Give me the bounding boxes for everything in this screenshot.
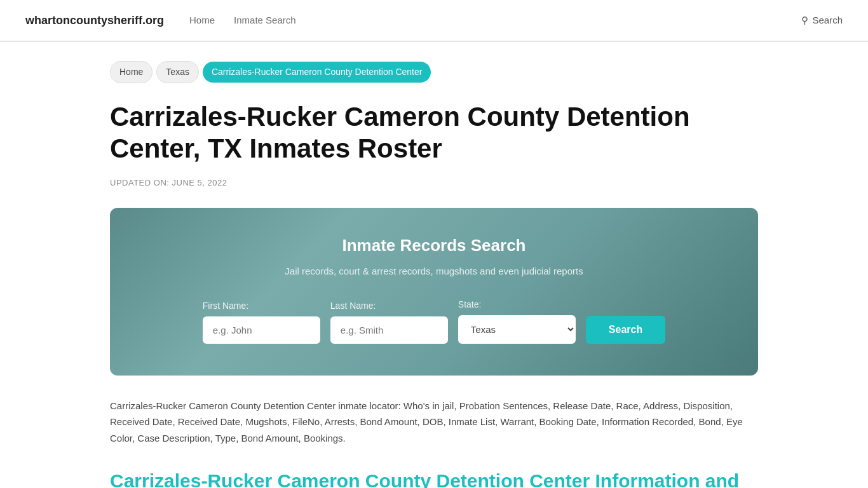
first-name-group: First Name: xyxy=(203,299,320,344)
header-search-button[interactable]: ⚲ Search xyxy=(801,13,843,28)
first-name-input[interactable] xyxy=(203,316,320,344)
site-logo[interactable]: whartoncountysheriff.org xyxy=(25,12,164,29)
header-left: whartoncountysheriff.org Home Inmate Sea… xyxy=(25,12,296,29)
last-name-group: Last Name: xyxy=(330,299,448,344)
main-content: Home Texas Carrizales-Rucker Cameron Cou… xyxy=(85,42,783,488)
description-text: Carrizales-Rucker Cameron County Detenti… xyxy=(110,398,758,447)
state-select[interactable]: Alabama Alaska Arizona Arkansas Californ… xyxy=(458,315,576,344)
breadcrumb: Home Texas Carrizales-Rucker Cameron Cou… xyxy=(110,61,758,83)
state-group: State: Alabama Alaska Arizona Arkansas C… xyxy=(458,298,576,344)
search-button[interactable]: Search xyxy=(586,316,665,344)
nav-inmate-search[interactable]: Inmate Search xyxy=(234,13,296,28)
last-name-input[interactable] xyxy=(330,316,448,344)
search-widget: Inmate Records Search Jail records, cour… xyxy=(110,208,758,376)
header-search-label: Search xyxy=(812,13,843,28)
breadcrumb-current[interactable]: Carrizales-Rucker Cameron County Detenti… xyxy=(203,62,431,83)
site-header: whartoncountysheriff.org Home Inmate Sea… xyxy=(0,0,868,41)
main-nav: Home Inmate Search xyxy=(189,13,296,28)
widget-title: Inmate Records Search xyxy=(148,233,720,258)
last-name-label: Last Name: xyxy=(330,299,376,313)
section-title: Carrizales-Rucker Cameron County Detenti… xyxy=(110,468,758,488)
updated-label: UPDATED ON: JUNE 5, 2022 xyxy=(110,177,758,189)
breadcrumb-texas[interactable]: Texas xyxy=(156,61,199,83)
widget-subtitle: Jail records, court & arrest records, mu… xyxy=(148,264,720,279)
state-label: State: xyxy=(458,298,482,311)
nav-home[interactable]: Home xyxy=(189,13,215,28)
search-icon: ⚲ xyxy=(801,13,808,28)
inmate-search-form: First Name: Last Name: State: Alabama Al… xyxy=(148,298,720,344)
first-name-label: First Name: xyxy=(203,299,248,313)
page-title: Carrizales-Rucker Cameron County Detenti… xyxy=(110,101,758,165)
breadcrumb-home[interactable]: Home xyxy=(110,61,153,83)
